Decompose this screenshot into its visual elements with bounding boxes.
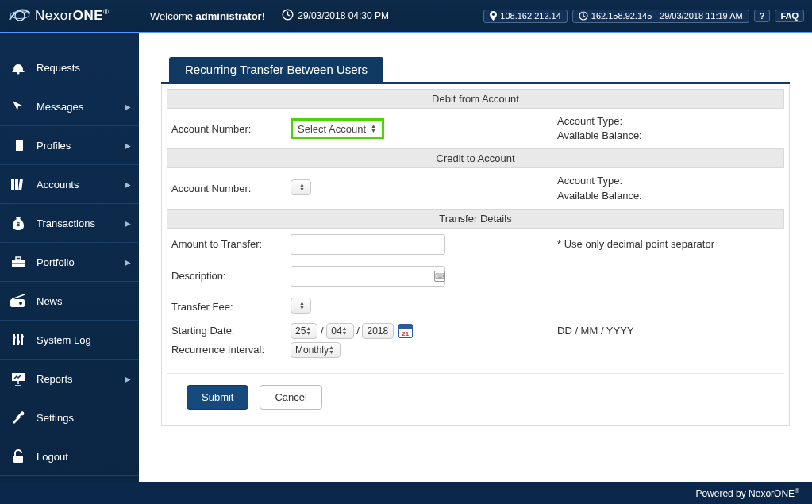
section-details: Transfer Details: [167, 209, 784, 229]
credit-account-type-label: Account Type:: [557, 174, 779, 188]
presentation-icon: [10, 371, 27, 387]
last-ip-text: 162.158.92.145 - 29/03/2018 11:19 AM: [591, 11, 743, 21]
debit-account-info: Account Type: Available Balance:: [557, 114, 779, 143]
amount-input[interactable]: [291, 234, 445, 255]
chevron-updown-icon: ▲▼: [342, 325, 352, 337]
sidebar-item-requests[interactable]: Requests: [0, 48, 139, 87]
date-row: Starting Date: 25 ▲▼ / 04 ▲▼ / 2018: [167, 321, 784, 340]
sidebar-item-label: News: [37, 295, 63, 307]
sidebar-item-reports[interactable]: Reports▶: [0, 360, 139, 398]
sidebar-item-label: Settings: [37, 412, 74, 424]
credit-account-select[interactable]: ▲▼: [291, 179, 311, 195]
svg-rect-7: [13, 140, 16, 151]
chevron-right-icon: ▶: [125, 141, 131, 150]
date-label: Starting Date:: [171, 325, 291, 337]
sidebar-item-transactions[interactable]: $Transactions▶: [0, 204, 139, 243]
svg-point-21: [13, 336, 16, 339]
chevron-right-icon: ▶: [125, 102, 131, 111]
sidebar-item-logout[interactable]: Logout: [0, 437, 139, 476]
date-format-hint: DD / MM / YYYY: [557, 324, 779, 338]
tab-header: Recurring Transfer Between Users: [161, 57, 790, 84]
svg-point-3: [492, 13, 495, 15]
chevron-updown-icon: ▲▼: [299, 299, 309, 312]
tab-recurring-transfer[interactable]: Recurring Transfer Between Users: [169, 57, 383, 82]
svg-point-27: [21, 412, 25, 416]
debit-account-select[interactable]: Select Account ▲▼: [291, 118, 384, 139]
recurrence-label: Recurrence Interval:: [171, 344, 291, 356]
help-button[interactable]: ?: [754, 10, 771, 22]
chevron-right-icon: ▶: [125, 258, 131, 267]
sidebar-item-label: Accounts: [37, 179, 79, 190]
radio-icon: [10, 293, 27, 309]
svg-rect-28: [13, 456, 23, 463]
description-row: Description: ⌨: [167, 260, 784, 292]
amount-row: Amount to Transfer: * Use only decimal p…: [167, 229, 784, 260]
year-input[interactable]: 2018: [362, 323, 394, 339]
sidebar-item-news[interactable]: News: [0, 282, 139, 321]
svg-point-16: [19, 302, 22, 305]
description-input[interactable]: [291, 266, 445, 287]
clock-icon: [282, 9, 294, 23]
book-icon: [10, 137, 27, 153]
debit-balance-label: Available Balance:: [557, 129, 779, 143]
sidebar-item-label: Profiles: [37, 140, 71, 152]
sidebar-item-profiles[interactable]: Profiles▶: [0, 126, 139, 165]
sidebar-item-label: Requests: [37, 62, 80, 74]
sidebar-item-label: Transactions: [37, 217, 95, 229]
svg-point-22: [17, 340, 20, 344]
chevron-right-icon: ▶: [125, 219, 131, 228]
credit-account-label: Account Number:: [171, 183, 291, 194]
logo-area: NexorONE®: [8, 4, 139, 28]
sidebar-item-messages[interactable]: Messages▶: [0, 87, 139, 126]
chevron-updown-icon: ▲▼: [371, 122, 380, 135]
header-right: 108.162.212.14 162.158.92.145 - 29/03/20…: [483, 10, 804, 23]
month-select[interactable]: 04 ▲▼: [326, 323, 353, 339]
keyboard-icon[interactable]: ⌨: [434, 271, 445, 282]
cancel-button[interactable]: Cancel: [260, 385, 321, 410]
svg-rect-10: [18, 179, 23, 190]
briefcase-icon: [10, 254, 27, 270]
sidebar: RequestsMessages▶Profiles▶Accounts▶$Tran…: [0, 33, 139, 482]
day-select[interactable]: 25 ▲▼: [291, 323, 317, 339]
main-content: Recurring Transfer Between Users Debit f…: [139, 33, 812, 482]
sidebar-item-portfolio[interactable]: Portfolio▶: [0, 243, 139, 282]
sidebar-item-settings[interactable]: Settings: [0, 398, 139, 437]
recurrence-select[interactable]: Monthly ▲▼: [291, 342, 341, 358]
svg-rect-15: [10, 299, 25, 307]
footer: Powered by NexorONE®: [0, 482, 812, 504]
svg-rect-13: [16, 257, 21, 260]
sidebar-item-label: Portfolio: [37, 256, 75, 268]
current-ip-pill[interactable]: 108.162.212.14: [483, 10, 567, 23]
welcome-text: Welcome administrator!: [150, 10, 264, 22]
brand-text: NexorONE®: [35, 8, 109, 24]
faq-button[interactable]: FAQ: [775, 10, 804, 22]
fee-select[interactable]: ▲▼: [291, 298, 311, 314]
sidebar-item-accounts[interactable]: Accounts▶: [0, 165, 139, 204]
debit-account-row: Account Number: Select Account ▲▼ Accoun…: [167, 109, 784, 148]
header-bar: NexorONE® Welcome administrator! 29/03/2…: [0, 0, 812, 33]
debit-account-type-label: Account Type:: [557, 114, 779, 129]
debit-account-label: Account Number:: [171, 123, 291, 135]
divider: [167, 373, 784, 374]
svg-rect-9: [15, 179, 18, 190]
powered-by-text: Powered by NexorONE®: [695, 487, 799, 499]
sidebar-item-label: Logout: [37, 451, 68, 463]
bell-icon: [10, 60, 27, 75]
chevron-right-icon: ▶: [125, 375, 131, 383]
books-icon: [10, 176, 27, 192]
last-ip-pill[interactable]: 162.158.92.145 - 29/03/2018 11:19 AM: [572, 10, 749, 23]
sidebar-item-system-log[interactable]: System Log: [0, 321, 139, 360]
description-label: Description:: [171, 270, 291, 282]
credit-balance-label: Available Balance:: [557, 189, 779, 203]
pin-icon: [490, 11, 497, 21]
cursor-icon: [10, 98, 27, 114]
tools-icon: [10, 410, 27, 425]
chevron-updown-icon: ▲▼: [329, 344, 338, 356]
sidebar-item-label: Reports: [37, 373, 73, 385]
fee-label: Transfer Fee:: [171, 301, 291, 313]
submit-button[interactable]: Submit: [187, 385, 248, 410]
sidebar-item-label: System Log: [37, 334, 91, 346]
moneybag-icon: $: [10, 215, 27, 231]
fee-row: Transfer Fee: ▲▼: [167, 292, 784, 321]
calendar-icon[interactable]: [398, 324, 413, 338]
